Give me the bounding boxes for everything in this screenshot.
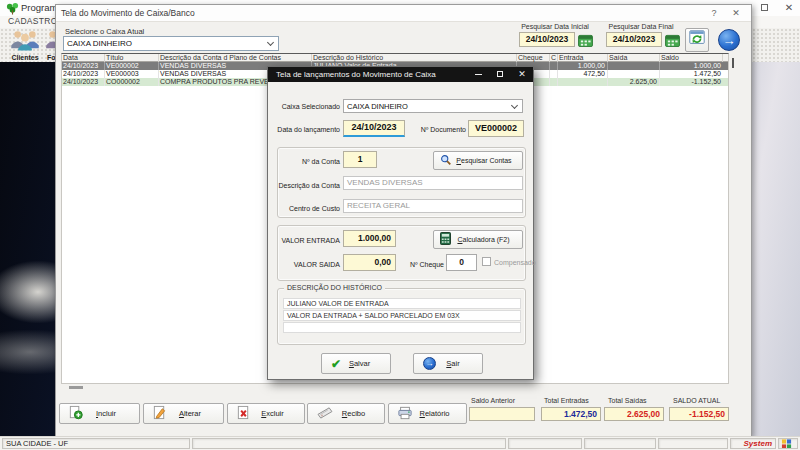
statusbar-app-icon xyxy=(778,438,798,449)
saldo-atual-value: -1.152,50 xyxy=(669,407,729,421)
compensado-label: Compensado xyxy=(494,259,536,266)
data-inicial-input[interactable]: 24/10/2023 xyxy=(519,32,575,47)
sair-button[interactable]: → Sair xyxy=(413,353,483,374)
relatorio-label: Relatório xyxy=(413,409,456,418)
num-documento-input[interactable]: VE000002 xyxy=(468,120,524,137)
col-saldo: Saldo xyxy=(660,54,723,62)
statusbar-panel xyxy=(192,438,506,449)
statusbar-system: System xyxy=(730,438,776,449)
horizontal-scrollbar-thumb[interactable] xyxy=(69,386,83,389)
descricao-conta-field: VENDAS DIVERSAS xyxy=(343,176,523,190)
data-lancamento-input[interactable]: 24/10/2023 xyxy=(343,120,405,137)
data-inicial-label: Pesquisar Data Inicial xyxy=(516,23,594,30)
alterar-button[interactable]: Alterar xyxy=(143,403,224,424)
cell-entrada xyxy=(558,78,608,86)
search-icon xyxy=(440,154,452,168)
centro-custo-field: RECEITA GERAL xyxy=(343,199,523,213)
incluir-button[interactable]: Incluir xyxy=(59,403,140,424)
dialog-maximize-button[interactable] xyxy=(489,68,511,81)
compensado-checkbox[interactable] xyxy=(482,257,491,266)
app-close-button[interactable]: ✕ xyxy=(781,1,797,14)
salvar-button[interactable]: ✔ Salvar xyxy=(321,353,391,374)
centro-custo-label: Centro de Custo xyxy=(276,205,340,212)
caixa-selecionado-combobox[interactable]: CAIXA DINHEIRO xyxy=(343,99,523,113)
calendar-icon[interactable] xyxy=(665,33,680,51)
cell-saida xyxy=(608,62,660,70)
caixa-selecionado-value: CAIXA DINHEIRO xyxy=(344,102,512,111)
calculadora-button[interactable]: Calculadora (F2) xyxy=(433,230,523,249)
total-entradas-label: Total Entradas xyxy=(544,397,589,404)
cell-saldo: -1.152,50 xyxy=(660,78,723,86)
help-button[interactable]: ? xyxy=(706,7,722,20)
dialog-titlebar[interactable]: Tela de lançamentos do Movimento de Caix… xyxy=(268,67,533,82)
cell-titulo: CO000002 xyxy=(105,78,159,86)
cell-saida: 2.625,00 xyxy=(608,78,660,86)
cell-saldo: 1.000,00 xyxy=(660,62,723,70)
calculator-icon xyxy=(440,232,451,247)
historico-line[interactable] xyxy=(283,322,521,333)
statusbar-panel xyxy=(658,438,728,449)
statusbar-panel xyxy=(508,438,582,449)
relatorio-button[interactable]: Relatório xyxy=(388,403,467,424)
valor-saida-label: VALOR SAIDA xyxy=(276,261,340,268)
col-entrada: Entrada xyxy=(558,54,608,62)
pesquisar-contas-button[interactable]: Pesquisar Contas xyxy=(433,151,523,170)
calculadora-label: Calculadora (F2) xyxy=(451,236,516,243)
historico-group-label: DESCRIÇÃO DO HISTÓRICO xyxy=(284,284,385,291)
data-final-input[interactable]: 24/10/2023 xyxy=(606,32,662,47)
col-saida: Saída xyxy=(608,54,660,62)
saldo-anterior-label: Saldo Anterior xyxy=(471,397,515,404)
movement-window-titlebar[interactable]: Tela do Movimento de Caixa/Banco ? ✕ xyxy=(56,5,751,22)
check-icon: ✔ xyxy=(331,358,341,370)
chevron-down-icon xyxy=(511,101,518,108)
cell-entrada: 1.000,00 xyxy=(558,62,608,70)
calendar-icon[interactable] xyxy=(578,33,593,51)
col-titulo: Título xyxy=(105,54,159,62)
lancamento-dialog: Tela de lançamentos do Movimento de Caix… xyxy=(267,66,534,380)
window-close-button[interactable]: ✕ xyxy=(728,7,744,20)
cell-saida xyxy=(608,70,660,78)
historico-line[interactable]: VALOR DA ENTRADA + SALDO PARCELADO EM 03… xyxy=(283,310,521,321)
app-maximize-button[interactable] xyxy=(756,1,772,14)
saldo-anterior-value xyxy=(469,407,535,421)
cell-c xyxy=(550,78,558,86)
alterar-label: Alterar xyxy=(167,409,213,418)
dialog-close-button[interactable]: ✕ xyxy=(511,68,533,81)
delete-x-icon xyxy=(236,405,251,422)
salvar-label: Salvar xyxy=(341,359,378,368)
grid-header-row: Data Título Descrição da Conta d Plano d… xyxy=(62,54,728,62)
clientes-icon xyxy=(8,37,42,54)
valor-entrada-label: VALOR ENTRADA xyxy=(276,237,340,244)
dialog-title: Tela de lançamentos do Movimento de Caix… xyxy=(268,70,467,79)
edit-pencil-icon xyxy=(152,405,167,422)
statusbar: SUA CIDADE - UF System xyxy=(0,436,800,450)
num-cheque-input[interactable]: 0 xyxy=(446,254,477,271)
excluir-button[interactable]: Excluir xyxy=(227,403,305,424)
recibo-button[interactable]: Recibo xyxy=(307,403,385,424)
caixa-atual-combobox[interactable]: CAIXA DINHEIRO xyxy=(63,36,279,51)
caixa-atual-value: CAIXA DINHEIRO xyxy=(64,39,268,48)
exit-arrow-icon: → xyxy=(423,357,436,370)
cell-c xyxy=(550,62,558,70)
descricao-conta-label: Descrição da Conta xyxy=(276,182,340,189)
printer-icon xyxy=(397,406,413,422)
refresh-button[interactable] xyxy=(685,28,709,52)
toolbar-clientes-button[interactable]: Clientes xyxy=(4,29,46,61)
num-conta-label: Nº da Conta xyxy=(276,158,340,165)
valor-entrada-input[interactable]: 1.000,00 xyxy=(343,230,396,247)
sair-label: Sair xyxy=(436,359,470,368)
total-saidas-label: Total Saídas xyxy=(608,397,647,404)
dialog-minimize-button[interactable] xyxy=(467,68,489,81)
go-arrow-button[interactable]: → xyxy=(718,29,740,51)
col-cheque: Cheque xyxy=(517,54,550,62)
num-conta-input[interactable]: 1 xyxy=(343,151,377,168)
cell-data: 24/10/2023 xyxy=(62,62,105,70)
data-lancamento-label: Data do lançamento xyxy=(276,126,340,133)
movement-window-title: Tela do Movimento de Caixa/Banco xyxy=(61,8,195,18)
recibo-label: Recibo xyxy=(333,409,374,418)
valor-saida-input[interactable]: 0,00 xyxy=(343,254,396,271)
chevron-down-icon xyxy=(267,39,274,46)
cell-titulo: VE000002 xyxy=(105,62,159,70)
refresh-icon xyxy=(688,29,706,51)
historico-line[interactable]: JULIANO VALOR DE ENTRADA xyxy=(283,298,521,309)
